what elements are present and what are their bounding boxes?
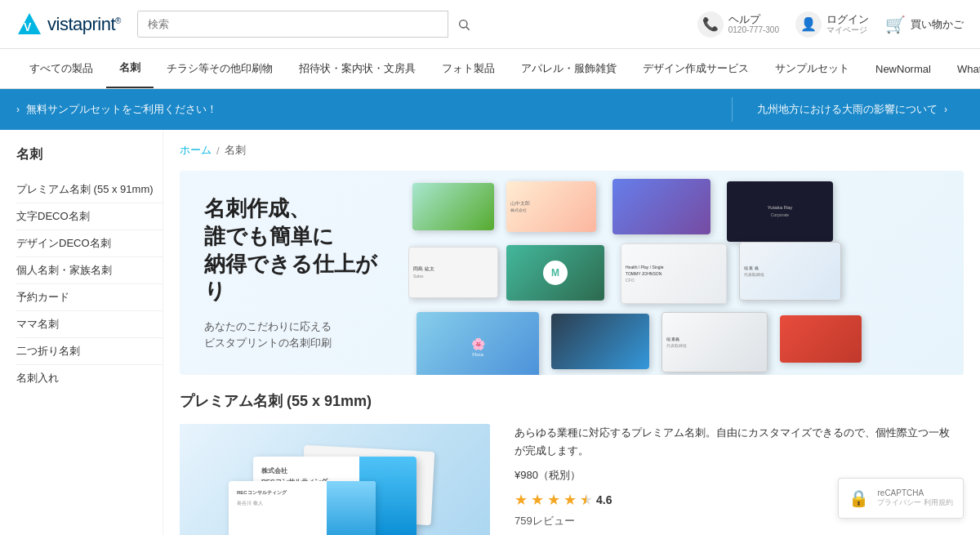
sidebar-item-card-holder[interactable]: 名刺入れ <box>16 365 163 391</box>
content-area: ホーム / 名刺 名刺作成、誰でも簡単に納得できる仕上がり あなたのこだわりに応… <box>163 130 980 535</box>
login-action[interactable]: 👤 ログイン マイページ <box>795 11 869 38</box>
collage-card-11: 稲 素義代表取締役 <box>662 312 768 372</box>
nav-item-whats-new[interactable]: What's New <box>944 51 980 87</box>
svg-line-3 <box>466 27 470 30</box>
user-icon: 👤 <box>795 11 822 38</box>
nav-item-new-normal[interactable]: NewNormal <box>862 51 944 87</box>
collage-card-9: 🌸 Flora <box>416 312 539 375</box>
nav-item-flyers[interactable]: チラシ等その他印刷物 <box>154 50 286 87</box>
support-action[interactable]: 📞 ヘルプ 0120-777-300 <box>697 11 779 38</box>
logo[interactable]: V vistaprint® <box>16 11 121 38</box>
banner-chevron-right[interactable]: › <box>944 104 947 115</box>
main-content: 名刺 プレミアム名刺 (55 x 91mm) 文字DECO名刺 デザインDECO… <box>0 130 980 535</box>
phone-icon: 📞 <box>697 11 724 38</box>
support-label: ヘルプ 0120-777-300 <box>728 13 779 36</box>
card-collage: 山中太郎株式会社 Yutaka RayCorporate 岡島 紘太Sales … <box>408 175 964 371</box>
collage-card-8: 稲 素 義代表取締役 <box>739 242 841 301</box>
banner-chevron-left[interactable]: › <box>16 104 20 115</box>
nav-item-apparel[interactable]: アパレル・服飾雑貨 <box>508 50 630 87</box>
collage-card-12 <box>780 315 862 363</box>
sidebar-item-deco-design[interactable]: デザインDECO名刺 <box>16 230 163 257</box>
collage-card-2: 山中太郎株式会社 <box>506 181 596 232</box>
logo-icon: V <box>16 11 42 38</box>
cart-icon: 🛒 <box>885 15 906 34</box>
nav-item-design[interactable]: デザイン作成サービス <box>630 50 762 87</box>
nav-item-business-cards[interactable]: 名刺 <box>106 49 154 88</box>
nav-item-invitations[interactable]: 招待状・案内状・文房具 <box>286 50 429 87</box>
banner-right: 九州地方における大雨の影響について › <box>741 102 964 117</box>
sidebar-item-premium[interactable]: プレミアム名刺 (55 x 91mm) <box>16 176 163 203</box>
collage-card-6: M <box>506 245 604 301</box>
hero-title: 名刺作成、誰でも簡単に納得できる仕上がり <box>204 195 384 305</box>
search-button[interactable] <box>448 11 480 38</box>
collage-card-5: 岡島 紘太Sales <box>408 247 498 298</box>
search-input[interactable] <box>137 11 480 38</box>
header-actions: 📞 ヘルプ 0120-777-300 👤 ログイン マイページ 🛒 買い物かご <box>697 11 964 38</box>
recaptcha-text: reCAPTCHA プライバシー 利用規約 <box>877 488 953 508</box>
breadcrumb-current: 名刺 <box>225 143 246 158</box>
star-2: ★ <box>531 491 544 509</box>
svg-point-2 <box>460 20 467 27</box>
nav-item-all-products[interactable]: すべての製品 <box>16 50 106 87</box>
hero-banner: 名刺作成、誰でも簡単に納得できる仕上がり あなたのこだわりに応えるビスタプリント… <box>180 171 964 375</box>
breadcrumb: ホーム / 名刺 <box>163 130 980 171</box>
hero-images: 山中太郎株式会社 Yutaka RayCorporate 岡島 紘太Sales … <box>408 171 964 375</box>
announcement-banner: › 無料サンプルセットをご利用ください！ 九州地方における大雨の影響について › <box>0 89 980 130</box>
logo-text: vistaprint® <box>47 14 121 35</box>
banner-divider <box>732 97 733 122</box>
breadcrumb-separator: / <box>216 145 220 157</box>
sidebar-item-folded[interactable]: 二つ折り名刺 <box>16 338 163 365</box>
sidebar-item-personal[interactable]: 個人名刺・家族名刺 <box>16 257 163 284</box>
cart-action[interactable]: 🛒 買い物かご <box>885 15 964 34</box>
collage-card-10 <box>551 314 649 369</box>
search-icon <box>457 18 470 31</box>
star-4: ★ <box>564 491 577 509</box>
product-image: 株式会社RECコンサルティング スーパーバイザー長谷川 敬人 〒160-0022… <box>180 424 490 535</box>
sidebar-item-reservation[interactable]: 予約カード <box>16 284 163 311</box>
hero-subtitle: あなたのこだわりに応えるビスタプリントの名刺印刷 <box>204 319 384 350</box>
nav-item-samples[interactable]: サンプルセット <box>762 50 862 87</box>
rating-number: 4.6 <box>596 493 612 506</box>
collage-card-1 <box>412 183 494 230</box>
nav-item-photo[interactable]: フォト製品 <box>429 50 508 87</box>
product-description: あらゆる業種に対応するプレミアム名刺。自由にカスタマイズできるので、個性際立つ一… <box>514 424 956 460</box>
banner-left-text: 無料サンプルセットをご利用ください！ <box>26 102 217 117</box>
sidebar-item-deco-text[interactable]: 文字DECO名刺 <box>16 203 163 230</box>
product-title: プレミアム名刺 (55 x 91mm) <box>180 391 964 411</box>
hero-text: 名刺作成、誰でも簡単に納得できる仕上がり あなたのこだわりに応えるビスタプリント… <box>180 171 408 375</box>
star-half: ★ ★ <box>580 491 593 509</box>
header: V vistaprint® 📞 ヘルプ 0120-777-300 👤 ログ <box>0 0 980 49</box>
login-label: ログイン マイページ <box>826 13 869 36</box>
recaptcha-icon: 🔒 <box>849 488 869 508</box>
collage-card-3 <box>612 179 710 234</box>
banner-left: › 無料サンプルセットをご利用ください！ <box>16 102 724 117</box>
sidebar: 名刺 プレミアム名刺 (55 x 91mm) 文字DECO名刺 デザインDECO… <box>0 130 163 535</box>
star-1: ★ <box>514 491 528 509</box>
cart-label: 買い物かご <box>911 17 964 32</box>
sidebar-item-mama[interactable]: ママ名刺 <box>16 311 163 338</box>
collage-card-7: Health / Play / SingleTOMMY JOHNSONCFO <box>621 243 727 304</box>
breadcrumb-home[interactable]: ホーム <box>180 143 212 158</box>
main-nav: すべての製品 名刺 チラシ等その他印刷物 招待状・案内状・文房具 フォト製品 ア… <box>0 49 980 89</box>
sidebar-title: 名刺 <box>16 146 163 163</box>
banner-right-text: 九州地方における大雨の影響について <box>757 102 938 117</box>
svg-text:V: V <box>24 20 32 33</box>
collage-card-4: Yutaka RayCorporate <box>727 181 833 242</box>
search-bar <box>137 11 480 38</box>
star-3: ★ <box>547 491 560 509</box>
recaptcha-widget: 🔒 reCAPTCHA プライバシー 利用規約 <box>838 478 964 519</box>
